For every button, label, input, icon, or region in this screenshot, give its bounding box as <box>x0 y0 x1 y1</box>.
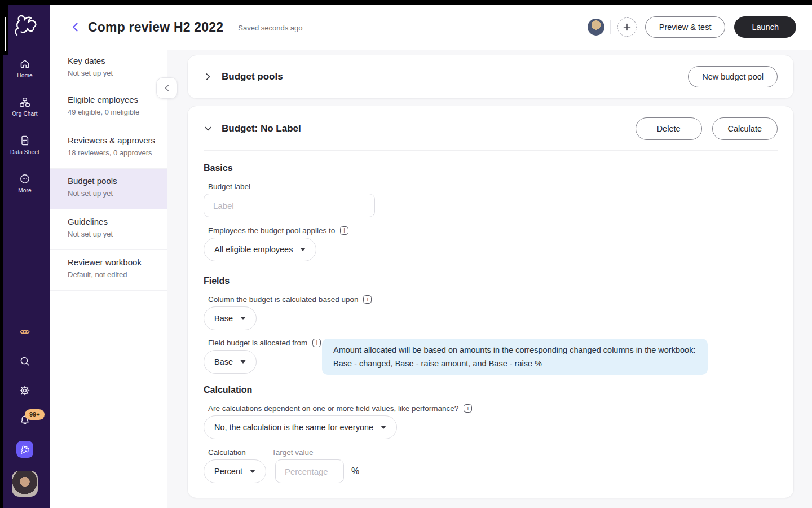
plus-icon <box>623 23 632 32</box>
budget-label-label: Budget label <box>208 182 778 191</box>
info-icon[interactable]: i <box>312 339 321 347</box>
setup-item-reviewer-workbook[interactable]: Reviewer workbook Default, not edited <box>50 250 167 291</box>
delete-button[interactable]: Delete <box>636 117 702 140</box>
target-value-label: Target value <box>267 448 314 457</box>
setup-item-subtitle: Not set up yet <box>68 189 157 198</box>
chevron-down-icon[interactable] <box>204 124 213 133</box>
search-button[interactable] <box>0 356 50 367</box>
calculate-button[interactable]: Calculate <box>712 117 778 140</box>
allocated-from-label: Field budget is allocated from i <box>208 339 322 347</box>
main-content: Budget pools New budget pool Budget: No … <box>167 50 812 508</box>
applies-to-dropdown[interactable]: All eligible employees <box>204 238 316 261</box>
chevron-left-icon <box>72 22 78 32</box>
caret-down-icon <box>381 426 386 429</box>
collaborator-avatar[interactable] <box>588 19 604 36</box>
sidebar-item-org-chart[interactable]: Org Chart <box>0 97 50 117</box>
screen-edge-strip <box>0 55 3 508</box>
setup-item-subtitle: Not set up yet <box>68 69 157 77</box>
save-status-text: Saved seconds ago <box>238 24 302 32</box>
setup-item-subtitle: Not set up yet <box>68 230 157 238</box>
org-chart-icon <box>19 97 30 108</box>
caret-down-icon <box>250 470 255 473</box>
launch-button[interactable]: Launch <box>734 16 796 38</box>
budget-label-input[interactable] <box>204 194 375 217</box>
allocated-from-dropdown[interactable]: Base <box>204 350 257 374</box>
chevron-right-icon[interactable] <box>204 72 213 81</box>
caret-down-icon <box>240 317 246 320</box>
setup-item-key-dates[interactable]: Key dates Not set up yet <box>50 50 167 87</box>
calculation-heading: Calculation <box>204 385 778 395</box>
target-value-input[interactable] <box>275 459 344 483</box>
page-title: Comp review H2 2022 <box>88 20 223 35</box>
setup-item-guidelines[interactable]: Guidelines Not set up yet <box>50 209 167 250</box>
column-based-dropdown[interactable]: Base <box>204 306 257 330</box>
section-divider <box>204 150 778 151</box>
budget-card-title: Budget: No Label <box>222 123 301 134</box>
info-icon[interactable]: i <box>340 226 348 235</box>
home-icon <box>19 58 30 69</box>
rabbit-icon <box>20 445 30 454</box>
fields-heading: Fields <box>204 276 778 286</box>
percent-suffix: % <box>351 466 359 476</box>
sidebar-item-label: Data Sheet <box>10 149 39 155</box>
add-collaborator-button[interactable] <box>617 17 637 37</box>
basics-heading: Basics <box>204 163 778 173</box>
column-based-label: Column the budget is calculated based up… <box>208 295 778 304</box>
setup-item-reviewers-approvers[interactable]: Reviewers & approvers 18 reviewers, 0 ap… <box>50 128 167 169</box>
page-header: Comp review H2 2022 Saved seconds ago Pr… <box>50 5 812 50</box>
settings-button[interactable] <box>0 385 50 396</box>
header-divider <box>610 20 611 34</box>
budget-pools-summary-card: Budget pools New budget pool <box>187 55 794 99</box>
setup-item-budget-pools[interactable]: Budget pools Not set up yet <box>50 169 167 209</box>
data-sheet-icon <box>19 135 30 146</box>
primary-nav-rail: Home Org Chart Data Sheet <box>0 5 50 508</box>
app-screen: Home Org Chart Data Sheet <box>0 0 812 508</box>
setup-item-title: Eligible employees <box>68 95 157 104</box>
note-line: Amount allocated will be based on amount… <box>333 343 696 357</box>
sidebar-item-data-sheet[interactable]: Data Sheet <box>0 135 50 155</box>
collapse-sidebar-button[interactable] <box>156 77 178 99</box>
sidebar-item-home[interactable]: Home <box>0 58 50 78</box>
notification-count-badge: 99+ <box>25 409 45 420</box>
setup-item-title: Guidelines <box>68 217 157 226</box>
applies-to-label: Employees the budget pool applies to i <box>208 226 778 235</box>
back-button[interactable] <box>68 20 82 34</box>
chevron-left-icon <box>164 84 170 92</box>
calc-type-dropdown[interactable]: Percent <box>204 459 266 483</box>
sidebar-item-label: Home <box>17 72 32 78</box>
pools-card-title: Budget pools <box>222 71 283 82</box>
setup-item-title: Key dates <box>68 56 157 65</box>
dependent-label: Are calculations dependent on one or mor… <box>208 404 778 413</box>
more-icon <box>19 173 30 185</box>
setup-item-title: Reviewers & approvers <box>68 135 157 145</box>
search-icon <box>19 356 30 367</box>
sidebar-item-label: Org Chart <box>12 111 38 117</box>
eye-icon <box>19 326 30 338</box>
caret-down-icon <box>240 360 246 364</box>
impersonation-eye-button[interactable] <box>0 326 50 338</box>
current-user-avatar[interactable] <box>12 471 38 497</box>
setup-item-eligible-employees[interactable]: Eligible employees 49 eligible, 0 inelig… <box>50 87 167 128</box>
pave-app-switcher-tile[interactable] <box>16 441 33 458</box>
sidebar-item-label: More <box>18 187 32 194</box>
calc-type-label: Calculation <box>204 448 267 457</box>
new-budget-pool-button[interactable]: New budget pool <box>688 66 778 87</box>
allocation-info-note: Amount allocated will be based on amount… <box>322 339 708 375</box>
note-line: Base - changed, Base - raise amount, and… <box>333 357 696 370</box>
info-icon[interactable]: i <box>464 404 472 413</box>
setup-item-subtitle: Default, not edited <box>68 270 157 279</box>
pave-rabbit-logo[interactable] <box>0 12 50 37</box>
info-icon[interactable]: i <box>363 295 372 304</box>
setup-item-title: Reviewer workbook <box>68 257 157 267</box>
caret-down-icon <box>300 248 306 251</box>
dependent-dropdown[interactable]: No, the calculation is the same for ever… <box>204 415 397 439</box>
setup-item-title: Budget pools <box>68 176 157 186</box>
budget-detail-card: Budget: No Label Delete Calculate Basics… <box>187 106 794 498</box>
setup-item-subtitle: 18 reviewers, 0 approvers <box>68 148 157 157</box>
gear-icon <box>19 385 30 396</box>
setup-item-subtitle: 49 eligible, 0 ineligible <box>68 108 157 116</box>
preview-test-button[interactable]: Preview & test <box>645 16 726 38</box>
sidebar-item-more[interactable]: More <box>0 173 50 194</box>
setup-steps-sidebar: Key dates Not set up yet Eligible employ… <box>50 50 167 508</box>
